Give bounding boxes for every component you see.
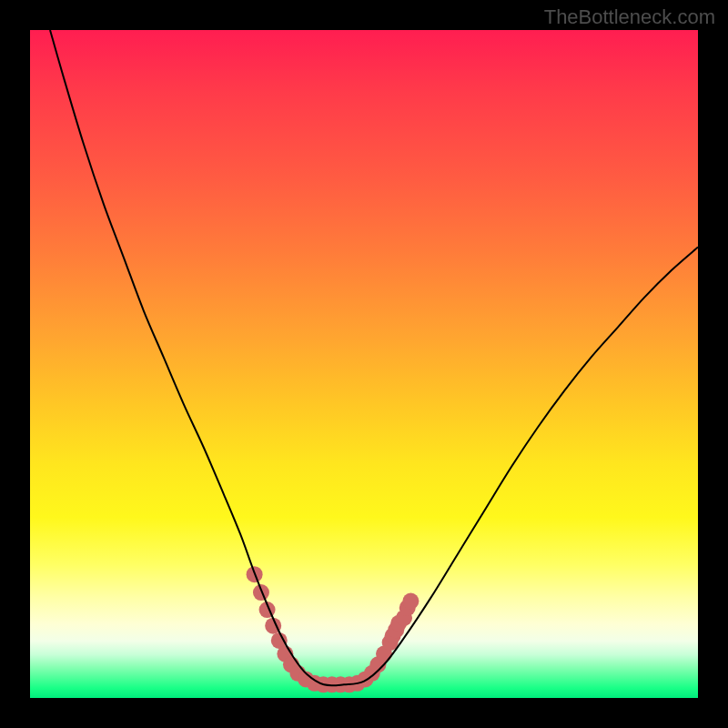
watermark-text: TheBottleneck.com: [544, 5, 715, 29]
plot-area: [30, 30, 698, 698]
outer-frame: TheBottleneck.com: [0, 0, 728, 728]
marker-dot: [402, 593, 419, 610]
chart-svg: [30, 30, 698, 698]
marker-cluster: [247, 566, 420, 693]
marker-dot: [253, 584, 269, 601]
bottleneck-curve: [50, 30, 698, 685]
